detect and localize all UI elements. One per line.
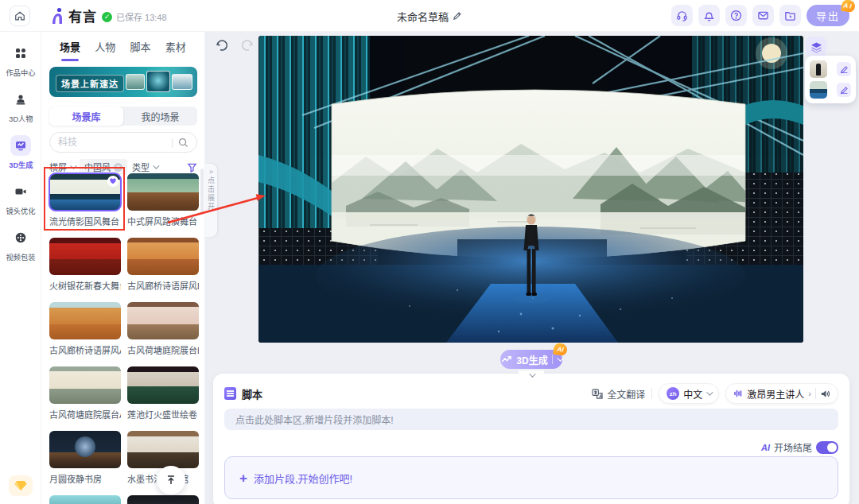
- panel-scrollbar[interactable]: [200, 169, 204, 213]
- scene-card[interactable]: 古风荷塘庭院展台A: [49, 366, 121, 421]
- saved-check-icon: ✓: [102, 12, 112, 22]
- back-to-top-button[interactable]: [157, 466, 185, 494]
- style-tag[interactable]: 中国风✕: [80, 159, 127, 175]
- chevron-down-icon[interactable]: [557, 355, 563, 361]
- scene-thumbnail[interactable]: [127, 366, 199, 404]
- nav-camera-optimize[interactable]: 镜头优化: [0, 181, 41, 216]
- undo-icon[interactable]: [215, 38, 229, 52]
- generate-3d-button[interactable]: 3D生成 AI: [500, 350, 562, 369]
- export-button[interactable]: 导出 AI: [807, 5, 849, 26]
- voice-selector[interactable]: 激昂男主讲人 ›: [725, 383, 838, 404]
- panel-tabs: 场景 人物 脚本 素材: [41, 38, 204, 59]
- membership-gem-button[interactable]: [9, 475, 33, 496]
- tab-character[interactable]: 人物: [95, 38, 115, 59]
- scene-name: 古风廊桥诗语屏风B: [127, 279, 199, 292]
- tab-material[interactable]: 素材: [165, 38, 186, 59]
- tab-my-scenes[interactable]: 我的场景: [123, 107, 197, 126]
- nav-video-package[interactable]: 视频包装: [0, 227, 41, 262]
- scene-thumbnail[interactable]: [49, 302, 121, 339]
- home-button[interactable]: [10, 6, 30, 26]
- scene-card[interactable]: 古风荷塘庭院展台B: [127, 302, 199, 356]
- drafts-button[interactable]: [779, 5, 801, 26]
- edit-scene-button[interactable]: [837, 83, 851, 97]
- layers-button[interactable]: [806, 37, 826, 57]
- scene-thumbnail[interactable]: [127, 238, 199, 275]
- rename-icon[interactable]: [453, 11, 462, 21]
- scene-thumbnail[interactable]: [127, 173, 199, 211]
- chevron-down-icon: [529, 370, 535, 377]
- scene-name: 古风荷塘庭院展台B: [127, 343, 199, 356]
- scene-card[interactable]: [127, 495, 199, 504]
- scene-card[interactable]: 古风廊桥诗语屏风A: [49, 302, 121, 356]
- scene-thumbnail[interactable]: [49, 238, 121, 275]
- scene-card[interactable]: 中式屏风路演舞台: [127, 173, 199, 227]
- nav-label: 视频包装: [6, 251, 36, 262]
- scene-preview-canvas[interactable]: [258, 36, 803, 343]
- redo-icon[interactable]: [240, 38, 255, 52]
- double-chevron-icon: »: [209, 168, 213, 176]
- scene-thumbnail[interactable]: [49, 366, 121, 404]
- collapse-script-handle[interactable]: [519, 370, 544, 379]
- support-button[interactable]: [671, 5, 693, 26]
- language-selector[interactable]: zh 中文: [659, 383, 719, 404]
- ai-ending-toggle[interactable]: [816, 441, 838, 454]
- search-divider: |: [171, 137, 173, 148]
- folder-clock-icon: [784, 10, 796, 21]
- search-icon[interactable]: [178, 138, 189, 148]
- save-status-text: 已保存 13:48: [116, 10, 167, 23]
- scene-card[interactable]: 火树银花新春大舞台: [49, 238, 121, 292]
- notifications-button[interactable]: [698, 5, 720, 26]
- library-switch: 场景库 我的场景: [49, 107, 197, 126]
- new-scenes-banner[interactable]: 场景上新速达: [49, 67, 197, 97]
- heart-icon[interactable]: [107, 176, 119, 187]
- script-panel: 脚本 全文翻译 zh 中文 激昂男主讲人 ›: [213, 374, 849, 504]
- messages-button[interactable]: [752, 5, 774, 26]
- scene-thumbnail[interactable]: [127, 302, 199, 339]
- scene-thumbnail[interactable]: [49, 431, 121, 468]
- tab-scene-library[interactable]: 场景库: [49, 107, 123, 126]
- nav-works-center[interactable]: 作品中心: [0, 43, 41, 78]
- speaker-icon[interactable]: [820, 389, 830, 399]
- orientation-filter[interactable]: 横屏: [49, 161, 75, 173]
- edit-avatar-button[interactable]: [837, 62, 851, 76]
- avatar-layer-thumbnail[interactable]: [810, 60, 827, 78]
- tab-scene[interactable]: 场景: [60, 38, 80, 59]
- nav-3d-character[interactable]: 3D人物: [0, 89, 41, 124]
- search-input[interactable]: [58, 137, 166, 148]
- scene-thumbnail[interactable]: [49, 495, 121, 504]
- grid-icon: [10, 43, 31, 64]
- bell-icon: [703, 10, 715, 21]
- app-logo[interactable]: 有言: [49, 6, 97, 25]
- divider: [651, 388, 652, 399]
- scene-card[interactable]: 古风廊桥诗语屏风B: [127, 238, 199, 292]
- document-title[interactable]: 未命名草稿: [397, 0, 462, 32]
- scene-name: 古风荷塘庭院展台A: [49, 408, 121, 421]
- remove-tag-icon[interactable]: ✕: [114, 163, 122, 172]
- filter-funnel-icon[interactable]: [187, 162, 197, 173]
- pencil-icon: [840, 86, 849, 95]
- add-segment-button[interactable]: + 添加片段,开始创作吧!: [224, 456, 838, 499]
- scene-card[interactable]: 月圆夜静书房: [49, 431, 121, 485]
- scene-thumbnail[interactable]: [49, 173, 121, 211]
- scene-name: 火树银花新春大舞台: [49, 279, 121, 292]
- scene-thumbnail[interactable]: [127, 495, 199, 504]
- scene-card-selected[interactable]: 流光倩影国风舞台: [49, 173, 121, 227]
- scene-layer-thumbnail[interactable]: [810, 81, 827, 99]
- banner-thumb: [172, 74, 192, 90]
- script-hint-area[interactable]: 点击此处脚本区,新增片段并添加脚本!: [224, 409, 838, 430]
- scene-thumbnail[interactable]: [127, 431, 199, 468]
- scene-grid: 流光倩影国风舞台 中式屏风路演舞台 火树银花新春大舞台 古风廊桥诗语屏风B 古风…: [49, 173, 199, 504]
- script-header: 脚本 全文翻译 zh 中文 激昂男主讲人 ›: [224, 383, 838, 404]
- video-camera-icon: [10, 181, 31, 202]
- nav-3d-generate[interactable]: 3D生成: [0, 135, 41, 170]
- translate-button[interactable]: 全文翻译: [592, 387, 645, 401]
- layer-row-avatar: [810, 60, 851, 78]
- expand-panel-tab[interactable]: » 点击展开: [205, 164, 217, 237]
- type-filter[interactable]: 类型: [132, 161, 157, 173]
- scene-card[interactable]: [49, 495, 121, 504]
- wave-icon: [501, 355, 512, 363]
- help-button[interactable]: [725, 5, 747, 26]
- voice-label: 激昂男主讲人: [747, 387, 804, 401]
- tab-script[interactable]: 脚本: [130, 38, 151, 59]
- scene-card[interactable]: 莲池灯火盛世绘卷: [127, 366, 199, 421]
